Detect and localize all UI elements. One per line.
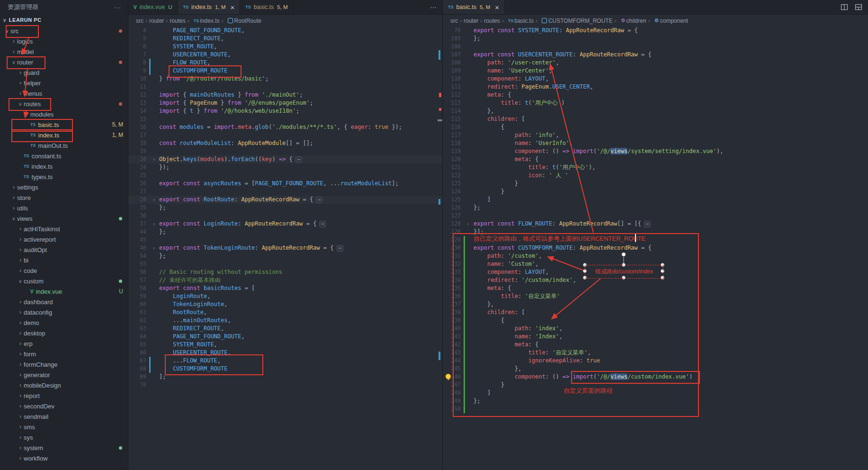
tab-index.ts[interactable]: TSindex.ts1, M× — [178, 0, 241, 14]
fold-chevron-icon — [152, 316, 159, 325]
tree-item-utils[interactable]: ›utils — [0, 203, 128, 213]
fold-chevron-icon[interactable]: › — [152, 220, 159, 228]
line-number: 28 — [128, 196, 149, 204]
code-editor-right[interactable]: 76export const SYSTEM_ROUTE: AppRouteRec… — [443, 27, 868, 413]
code-line: 37›export const LoginRoute: AppRouteReco… — [128, 220, 442, 228]
line-number: 67 — [128, 357, 149, 365]
breadcrumb-item[interactable]: router — [149, 18, 164, 24]
git-gutter-indicator — [464, 244, 465, 252]
lightbulb-icon[interactable] — [446, 374, 451, 379]
explorer-more-actions-icon[interactable]: ··· — [114, 4, 121, 11]
tree-item-system[interactable]: ›system — [0, 443, 128, 453]
tree-item-views[interactable]: ∨views — [0, 213, 128, 224]
tree-item-mainOut.ts[interactable]: TSmainOut.ts — [0, 140, 128, 151]
tree-item-sys[interactable]: ›sys — [0, 432, 128, 443]
tree-item-activereport[interactable]: ›activereport — [0, 234, 128, 244]
tree-item-workflow[interactable]: ›workflow — [0, 453, 128, 463]
code-token: forEach — [231, 156, 255, 163]
tree-item-secondDev[interactable]: ›secondDev — [0, 401, 128, 411]
tree-item-helper[interactable]: ›helper — [0, 78, 128, 88]
code-token: ⋯ — [319, 221, 326, 227]
git-gutter-indicator — [464, 35, 465, 43]
chevron-right-icon: › — [17, 434, 24, 441]
close-icon[interactable]: × — [495, 4, 499, 11]
fold-chevron-icon[interactable]: › — [152, 155, 159, 163]
tree-item-constant.ts[interactable]: TSconstant.ts — [0, 151, 128, 161]
git-gutter-indicator — [149, 212, 151, 220]
tree-item-basic.ts[interactable]: TSbasic.ts5, M — [0, 119, 128, 130]
tree-item-code[interactable]: ›code — [0, 265, 128, 276]
tree-item-custom[interactable]: ∨custom — [0, 276, 128, 286]
tab-basic.ts[interactable]: TSbasic.ts5, M — [240, 0, 293, 14]
code-editor-middle[interactable]: 4 PAGE_NOT_FOUND_ROUTE,5 REDIRECT_ROUTE,… — [128, 27, 442, 389]
workspace-section-header[interactable]: ∨ LEARUN PC — [0, 14, 128, 26]
fold-chevron-icon — [152, 300, 159, 308]
tree-item-erp[interactable]: ›erp — [0, 338, 128, 349]
tab-index.vue[interactable]: Vindex.vueU — [128, 0, 178, 14]
code-token: (( — [255, 156, 261, 163]
breadcrumb-item[interactable]: component — [660, 18, 688, 24]
tree-item-form[interactable]: ›form — [0, 349, 128, 359]
tree-item-index.vue[interactable]: Vindex.vueU — [0, 286, 128, 297]
tree-item-sendmail[interactable]: ›sendmail — [0, 411, 128, 422]
breadcrumb-item[interactable]: src — [136, 18, 143, 24]
tree-item-bi[interactable]: ›bi — [0, 255, 128, 265]
breadcrumb-item[interactable]: children — [626, 18, 646, 24]
tree-item-index.ts[interactable]: TSindex.ts1, M — [0, 130, 128, 140]
editor-layout-icon[interactable] — [855, 3, 862, 11]
tree-item-demo[interactable]: ›demo — [0, 317, 128, 328]
code-text: meta: { — [474, 341, 868, 349]
tree-item-mobileDesign[interactable]: ›mobileDesign — [0, 380, 128, 390]
fold-chevron-icon[interactable]: › — [152, 244, 159, 252]
split-editor-icon[interactable] — [841, 3, 848, 11]
tree-item-dashboard[interactable]: ›dashboard — [0, 297, 128, 307]
more-actions-icon[interactable]: ··· — [430, 3, 437, 11]
line-number: 244 — [443, 357, 464, 365]
tree-item-modules[interactable]: ›modules — [0, 109, 128, 119]
breadcrumb-item[interactable]: routes — [484, 18, 500, 24]
chevron-right-icon: › — [17, 413, 24, 420]
tab-basic.ts[interactable]: TSbasic.ts5, M× — [443, 0, 505, 14]
fold-chevron-icon — [152, 212, 159, 220]
tree-item-sms[interactable]: ›sms — [0, 422, 128, 432]
fold-chevron-icon[interactable]: › — [152, 196, 159, 204]
tree-item-desktop[interactable]: ›desktop — [0, 328, 128, 338]
tree-item-types.ts[interactable]: TStypes.ts — [0, 172, 128, 182]
tree-item-logics[interactable]: ›logics — [0, 36, 128, 46]
tree-item-model[interactable]: ›model — [0, 46, 128, 57]
code-text: export const FLOW_ROUTE: AppRouteRecordR… — [474, 220, 868, 228]
tree-item-auditOpt[interactable]: ›auditOpt — [0, 244, 128, 255]
tree-item-report[interactable]: ›report — [0, 390, 128, 401]
tree-item-router[interactable]: ∨router — [0, 57, 128, 67]
code-token: , — [214, 43, 217, 50]
tree-item-settings[interactable]: ›settings — [0, 182, 128, 192]
breadcrumb-item[interactable]: RootRoute — [234, 18, 261, 24]
git-gutter-indicator — [149, 163, 151, 172]
breadcrumb-item[interactable]: basic.ts — [514, 18, 534, 24]
code-line: 17 — [128, 131, 442, 139]
code-token: path — [515, 132, 528, 138]
git-gutter-indicator — [149, 147, 151, 155]
tree-item-menus[interactable]: ›menus — [0, 88, 128, 99]
tree-item-routes[interactable]: ∨routes — [0, 99, 128, 109]
breadcrumb-item[interactable]: CUSTOMFORM_ROUTE — [548, 18, 613, 24]
tree-item-src[interactable]: ∨src — [0, 26, 128, 36]
code-token: , — [590, 83, 593, 90]
tree-item-store[interactable]: ›store — [0, 192, 128, 203]
tree-item-formChange[interactable]: ›formChange — [0, 359, 128, 370]
code-token: }, — [474, 108, 494, 114]
tree-item-actHiTaskinst[interactable]: ›actHiTaskinst — [0, 224, 128, 234]
breadcrumb-item[interactable]: routes — [170, 18, 185, 24]
tree-item-index.ts[interactable]: TSindex.ts — [0, 161, 128, 172]
breadcrumb-item[interactable]: index.ts — [200, 18, 219, 24]
fold-chevron-icon — [467, 204, 474, 212]
close-icon[interactable]: × — [230, 4, 234, 11]
git-gutter-indicator — [464, 389, 465, 397]
breadcrumb-item[interactable]: router — [464, 18, 478, 24]
breadcrumb-item[interactable]: src — [450, 18, 458, 24]
tree-item-guard[interactable]: ›guard — [0, 67, 128, 78]
tree-item-generator[interactable]: ›generator — [0, 370, 128, 380]
fold-chevron-icon[interactable]: › — [467, 220, 474, 228]
tree-item-label: logics — [17, 38, 33, 45]
tree-item-dataconfig[interactable]: ›dataconfig — [0, 307, 128, 317]
